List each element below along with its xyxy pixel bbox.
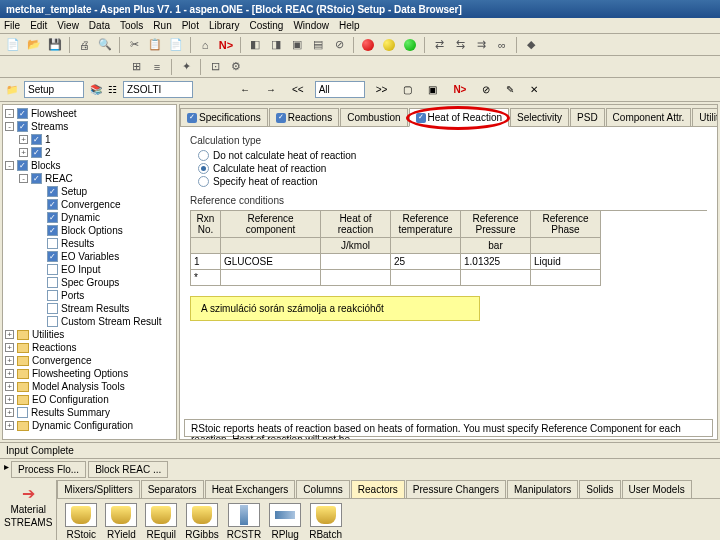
stream-picker[interactable]: ➔ Material STREAMS (0, 480, 57, 540)
link2-icon[interactable]: ⇆ (451, 36, 469, 54)
menu-file[interactable]: File (4, 20, 20, 31)
chart-icon[interactable]: ◨ (267, 36, 285, 54)
cat-user[interactable]: User Models (622, 480, 692, 498)
link3-icon[interactable]: ⇉ (472, 36, 490, 54)
menu-run[interactable]: Run (153, 20, 171, 31)
print-preview-icon[interactable]: 🔍 (96, 36, 114, 54)
radio-no-calc[interactable]: Do not calculate heat of reaction (198, 150, 707, 161)
menu-costing[interactable]: Costing (250, 20, 284, 31)
tree-item[interactable]: +Utilities (5, 328, 174, 341)
link4-icon[interactable]: ∞ (493, 36, 511, 54)
unit-heat[interactable]: J/kmol (321, 238, 391, 254)
nav-icon[interactable]: ⌂ (196, 36, 214, 54)
filter-combo[interactable] (315, 81, 365, 98)
back-button[interactable]: ← (235, 81, 255, 99)
radio-specify[interactable]: Specify heat of reaction (198, 176, 707, 187)
link1-icon[interactable]: ⇄ (430, 36, 448, 54)
cell-press[interactable]: 1.01325 (461, 254, 531, 270)
stop-icon[interactable]: ⊘ (330, 36, 348, 54)
cell-rxn[interactable]: 1 (191, 254, 221, 270)
tool2-icon[interactable]: ▤ (309, 36, 327, 54)
object-combo[interactable] (24, 81, 84, 98)
tree-item[interactable]: ✓Setup (5, 185, 174, 198)
cat-heatex[interactable]: Heat Exchangers (205, 480, 296, 498)
tab-combustion[interactable]: Combustion (340, 108, 407, 126)
yellow-status-icon[interactable] (380, 36, 398, 54)
first-button[interactable]: << (287, 81, 309, 99)
tree-item[interactable]: ✓EO Variables (5, 250, 174, 263)
cat-mixers[interactable]: Mixers/Splitters (57, 480, 139, 498)
paste-icon[interactable]: 📄 (167, 36, 185, 54)
tree-item[interactable]: Stream Results (5, 302, 174, 315)
red-status-icon[interactable] (359, 36, 377, 54)
tool1-icon[interactable]: ▣ (288, 36, 306, 54)
tree-item[interactable]: EO Input (5, 263, 174, 276)
new-row-marker[interactable]: * (191, 270, 221, 286)
tree-item[interactable]: ✓Dynamic (5, 211, 174, 224)
menu-library[interactable]: Library (209, 20, 240, 31)
tree-item[interactable]: -✓Blocks (5, 159, 174, 172)
tree-item[interactable]: ✓Convergence (5, 198, 174, 211)
tab-specifications[interactable]: ✓Specifications (180, 108, 268, 126)
radio-calc[interactable]: Calculate heat of reaction (198, 163, 707, 174)
tree-item[interactable]: +Reactions (5, 341, 174, 354)
tools-icon[interactable]: ⚙ (227, 58, 245, 76)
app-icon[interactable]: ◆ (522, 36, 540, 54)
print-icon[interactable]: 🖨 (75, 36, 93, 54)
tree-item[interactable]: ✓Block Options (5, 224, 174, 237)
unit-press[interactable]: bar (461, 238, 531, 254)
item-rplug[interactable]: RPlug (269, 503, 301, 540)
tree-item[interactable]: Results (5, 237, 174, 250)
cat-pressure[interactable]: Pressure Changers (406, 480, 506, 498)
item-rgibbs[interactable]: RGibbs (185, 503, 218, 540)
cat-manip[interactable]: Manipulators (507, 480, 578, 498)
wand-icon[interactable]: ✦ (177, 58, 195, 76)
tab-utility[interactable]: Utility (692, 108, 718, 126)
cancel-icon[interactable]: ✕ (525, 81, 543, 99)
tree-item[interactable]: +✓1 (5, 133, 174, 146)
cell-phase[interactable]: Liquid (531, 254, 601, 270)
cat-solids[interactable]: Solids (579, 480, 620, 498)
tab-heat-of-reaction[interactable]: ✓Heat of Reaction (409, 108, 510, 127)
prop-icon[interactable]: ☷ (108, 84, 117, 95)
user-combo[interactable] (123, 81, 193, 98)
icon2[interactable]: ▣ (423, 81, 442, 99)
edit-icon[interactable]: ✎ (501, 81, 519, 99)
tab-component-attr[interactable]: Component Attr. (606, 108, 692, 126)
next-button[interactable]: >> (371, 81, 393, 99)
menu-data[interactable]: Data (89, 20, 110, 31)
tree-item[interactable]: -✓Flowsheet (5, 107, 174, 120)
item-ryield[interactable]: RYield (105, 503, 137, 540)
cat-reactors[interactable]: Reactors (351, 480, 405, 498)
tree-view[interactable]: -✓Flowsheet-✓Streams+✓1+✓2-✓Blocks-✓REAC… (2, 104, 177, 440)
cat-columns[interactable]: Columns (296, 480, 349, 498)
np-button[interactable]: N> (448, 81, 471, 99)
item-rcstr[interactable]: RCSTR (227, 503, 261, 540)
green-status-icon[interactable] (401, 36, 419, 54)
flowsheet-tab[interactable]: Process Flo... (11, 461, 86, 478)
tab-psd[interactable]: PSD (570, 108, 605, 126)
new-icon[interactable]: 📄 (4, 36, 22, 54)
tree-item[interactable]: Spec Groups (5, 276, 174, 289)
copy-icon[interactable]: 📋 (146, 36, 164, 54)
icon1[interactable]: ▢ (398, 81, 417, 99)
open-icon[interactable]: 📂 (25, 36, 43, 54)
tree-item[interactable]: +Dynamic Configuration (5, 419, 174, 432)
collapse-icon[interactable]: ▸ (4, 461, 9, 478)
close-nav-icon[interactable]: ⊘ (477, 81, 495, 99)
tab-reactions[interactable]: ✓Reactions (269, 108, 339, 126)
cell-comp[interactable]: GLUCOSE (221, 254, 321, 270)
next-input-icon[interactable]: N> (217, 36, 235, 54)
ref-grid[interactable]: Rxn No. Reference component Heat of reac… (190, 210, 707, 286)
forward-button[interactable]: → (261, 81, 281, 99)
tree-item[interactable]: Ports (5, 289, 174, 302)
group-icon[interactable]: ⊡ (206, 58, 224, 76)
cut-icon[interactable]: ✂ (125, 36, 143, 54)
item-rstoic[interactable]: RStoic (65, 503, 97, 540)
break-icon[interactable]: ⊞ (127, 58, 145, 76)
item-requil[interactable]: REquil (145, 503, 177, 540)
doc-icon[interactable]: ◧ (246, 36, 264, 54)
tree-item[interactable]: +Model Analysis Tools (5, 380, 174, 393)
cat-separators[interactable]: Separators (141, 480, 204, 498)
align-left-icon[interactable]: ≡ (148, 58, 166, 76)
